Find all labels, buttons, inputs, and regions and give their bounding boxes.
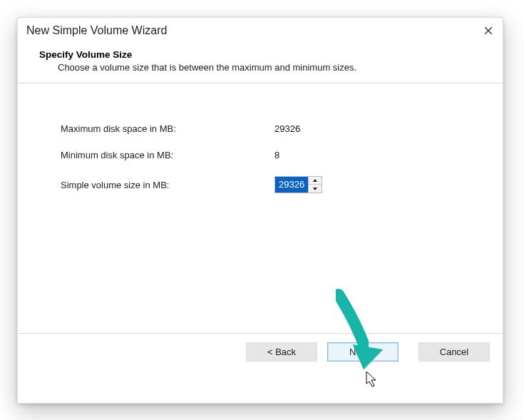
volume-size-label: Simple volume size in MB: — [61, 180, 274, 190]
close-button[interactable] — [480, 22, 497, 39]
page-subtitle: Choose a volume size that is between the… — [39, 62, 490, 73]
close-icon — [485, 27, 492, 34]
volume-size-spinner[interactable]: 29326 — [274, 176, 322, 193]
back-button[interactable]: < Back — [246, 342, 317, 362]
max-space-label: Maximum disk space in MB: — [61, 123, 274, 134]
window-title: New Simple Volume Wizard — [26, 24, 167, 36]
cancel-button[interactable]: Cancel — [418, 342, 490, 362]
content-area: Maximum disk space in MB: 29326 Minimum … — [18, 83, 503, 333]
chevron-down-icon — [313, 188, 317, 190]
next-button[interactable]: Next > — [327, 342, 399, 362]
row-min-space: Minimum disk space in MB: 8 — [61, 150, 481, 160]
row-volume-size: Simple volume size in MB: 29326 — [61, 176, 481, 193]
wizard-header: Specify Volume Size Choose a volume size… — [18, 42, 503, 83]
min-space-label: Minimum disk space in MB: — [61, 150, 274, 160]
max-space-value: 29326 — [274, 123, 300, 134]
page-title: Specify Volume Size — [39, 49, 490, 60]
volume-size-input[interactable]: 29326 — [277, 178, 306, 191]
min-space-value: 8 — [274, 150, 279, 160]
button-row: < Back Next > Cancel — [18, 333, 503, 374]
next-button-label: Next > — [349, 347, 376, 357]
chevron-up-icon — [313, 179, 317, 182]
spinner-down-button[interactable] — [309, 185, 322, 193]
wizard-dialog: New Simple Volume Wizard Specify Volume … — [17, 17, 503, 404]
back-button-label: < Back — [267, 347, 296, 357]
row-max-space: Maximum disk space in MB: 29326 — [61, 123, 481, 134]
spinner-up-button[interactable] — [309, 177, 322, 185]
cancel-button-label: Cancel — [440, 347, 468, 357]
title-bar: New Simple Volume Wizard — [18, 18, 503, 42]
